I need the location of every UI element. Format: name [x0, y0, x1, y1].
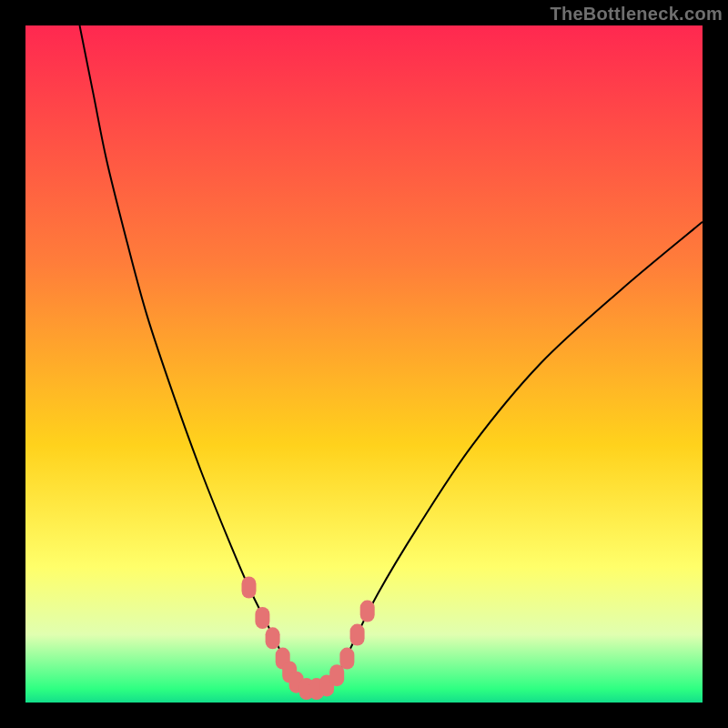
marker-point: [360, 601, 375, 622]
chart-frame: TheBottleneck.com: [0, 0, 728, 728]
marker-point: [350, 624, 365, 646]
marker-point: [329, 664, 344, 686]
marker-point: [339, 648, 354, 670]
marker-point: [242, 577, 257, 599]
chart-plot-area: [25, 25, 703, 703]
chart-background: [25, 25, 703, 703]
marker-point: [255, 607, 269, 629]
marker-point: [266, 627, 280, 649]
watermark-text: TheBottleneck.com: [550, 4, 723, 25]
chart-svg: [25, 25, 703, 703]
